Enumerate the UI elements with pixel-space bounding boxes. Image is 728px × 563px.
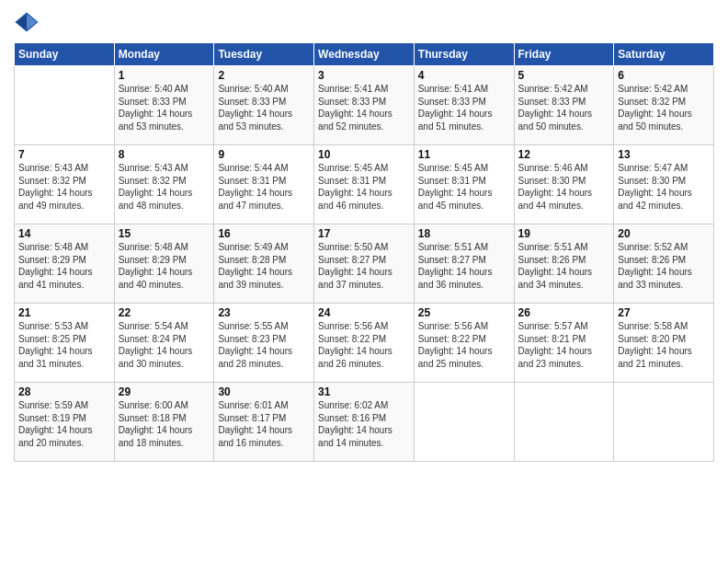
day-info: Sunrise: 5:57 AM Sunset: 8:21 PM Dayligh… bbox=[518, 320, 610, 370]
day-info: Sunrise: 5:51 AM Sunset: 8:27 PM Dayligh… bbox=[418, 241, 510, 291]
calendar-cell bbox=[15, 66, 115, 145]
calendar-cell bbox=[514, 383, 614, 462]
day-number: 17 bbox=[318, 227, 410, 240]
calendar-cell: 31Sunrise: 6:02 AM Sunset: 8:16 PM Dayli… bbox=[314, 383, 415, 462]
day-info: Sunrise: 5:47 AM Sunset: 8:30 PM Dayligh… bbox=[618, 162, 710, 212]
day-number: 26 bbox=[518, 306, 610, 319]
day-number: 18 bbox=[418, 227, 510, 240]
day-number: 20 bbox=[618, 227, 710, 240]
calendar-cell: 4Sunrise: 5:41 AM Sunset: 8:33 PM Daylig… bbox=[414, 66, 514, 145]
day-info: Sunrise: 5:51 AM Sunset: 8:26 PM Dayligh… bbox=[518, 241, 610, 291]
calendar-cell: 26Sunrise: 5:57 AM Sunset: 8:21 PM Dayli… bbox=[514, 304, 614, 383]
day-info: Sunrise: 5:41 AM Sunset: 8:33 PM Dayligh… bbox=[418, 83, 510, 132]
day-number: 13 bbox=[618, 148, 710, 161]
calendar-cell: 7Sunrise: 5:43 AM Sunset: 8:32 PM Daylig… bbox=[15, 145, 115, 224]
day-info: Sunrise: 6:00 AM Sunset: 8:18 PM Dayligh… bbox=[119, 399, 210, 449]
day-number: 30 bbox=[218, 385, 310, 398]
calendar-cell: 28Sunrise: 5:59 AM Sunset: 8:19 PM Dayli… bbox=[15, 383, 115, 462]
calendar-week-0: 1Sunrise: 5:40 AM Sunset: 8:33 PM Daylig… bbox=[15, 66, 714, 145]
calendar-cell: 18Sunrise: 5:51 AM Sunset: 8:27 PM Dayli… bbox=[414, 224, 514, 304]
calendar-cell: 27Sunrise: 5:58 AM Sunset: 8:20 PM Dayli… bbox=[614, 304, 714, 383]
calendar-cell: 29Sunrise: 6:00 AM Sunset: 8:18 PM Dayli… bbox=[114, 383, 214, 462]
weekday-header-saturday: Saturday bbox=[614, 43, 714, 66]
day-number: 7 bbox=[18, 148, 110, 161]
header bbox=[14, 9, 714, 35]
calendar-cell: 21Sunrise: 5:53 AM Sunset: 8:25 PM Dayli… bbox=[15, 304, 115, 383]
calendar-cell: 19Sunrise: 5:51 AM Sunset: 8:26 PM Dayli… bbox=[514, 224, 614, 304]
calendar-cell: 15Sunrise: 5:48 AM Sunset: 8:29 PM Dayli… bbox=[114, 224, 214, 304]
day-number: 28 bbox=[18, 385, 110, 398]
calendar-cell: 5Sunrise: 5:42 AM Sunset: 8:33 PM Daylig… bbox=[514, 66, 614, 145]
calendar-header: SundayMondayTuesdayWednesdayThursdayFrid… bbox=[15, 43, 714, 66]
calendar-table: SundayMondayTuesdayWednesdayThursdayFrid… bbox=[14, 42, 714, 462]
day-number: 2 bbox=[218, 69, 310, 82]
day-info: Sunrise: 5:56 AM Sunset: 8:22 PM Dayligh… bbox=[318, 320, 410, 370]
weekday-header-row: SundayMondayTuesdayWednesdayThursdayFrid… bbox=[15, 43, 714, 66]
calendar-week-3: 21Sunrise: 5:53 AM Sunset: 8:25 PM Dayli… bbox=[15, 304, 714, 383]
svg-marker-1 bbox=[27, 15, 37, 30]
calendar-week-2: 14Sunrise: 5:48 AM Sunset: 8:29 PM Dayli… bbox=[15, 224, 714, 304]
day-info: Sunrise: 5:40 AM Sunset: 8:33 PM Dayligh… bbox=[218, 83, 310, 132]
calendar-cell: 6Sunrise: 5:42 AM Sunset: 8:32 PM Daylig… bbox=[614, 66, 714, 145]
day-info: Sunrise: 5:45 AM Sunset: 8:31 PM Dayligh… bbox=[418, 162, 510, 212]
day-info: Sunrise: 5:50 AM Sunset: 8:27 PM Dayligh… bbox=[318, 241, 410, 291]
calendar-cell: 16Sunrise: 5:49 AM Sunset: 8:28 PM Dayli… bbox=[214, 224, 314, 304]
calendar-cell: 22Sunrise: 5:54 AM Sunset: 8:24 PM Dayli… bbox=[114, 304, 214, 383]
day-number: 21 bbox=[18, 306, 110, 319]
svg-marker-2 bbox=[17, 15, 27, 30]
calendar-week-1: 7Sunrise: 5:43 AM Sunset: 8:32 PM Daylig… bbox=[15, 145, 714, 224]
calendar-cell bbox=[414, 383, 514, 462]
weekday-header-sunday: Sunday bbox=[15, 43, 115, 66]
day-number: 6 bbox=[618, 69, 710, 82]
day-info: Sunrise: 5:44 AM Sunset: 8:31 PM Dayligh… bbox=[218, 162, 310, 212]
day-info: Sunrise: 5:55 AM Sunset: 8:23 PM Dayligh… bbox=[218, 320, 310, 370]
calendar-cell: 8Sunrise: 5:43 AM Sunset: 8:32 PM Daylig… bbox=[114, 145, 214, 224]
day-info: Sunrise: 5:42 AM Sunset: 8:32 PM Dayligh… bbox=[618, 83, 710, 132]
calendar-cell: 25Sunrise: 5:56 AM Sunset: 8:22 PM Dayli… bbox=[414, 304, 514, 383]
day-info: Sunrise: 5:56 AM Sunset: 8:22 PM Dayligh… bbox=[418, 320, 510, 370]
day-number: 4 bbox=[418, 69, 510, 82]
day-number: 12 bbox=[518, 148, 610, 161]
day-number: 3 bbox=[318, 69, 410, 82]
day-number: 1 bbox=[119, 69, 210, 82]
weekday-header-thursday: Thursday bbox=[414, 43, 514, 66]
day-number: 25 bbox=[418, 306, 510, 319]
day-number: 8 bbox=[119, 148, 210, 161]
day-info: Sunrise: 5:53 AM Sunset: 8:25 PM Dayligh… bbox=[18, 320, 110, 370]
calendar-cell: 9Sunrise: 5:44 AM Sunset: 8:31 PM Daylig… bbox=[214, 145, 314, 224]
calendar-week-4: 28Sunrise: 5:59 AM Sunset: 8:19 PM Dayli… bbox=[15, 383, 714, 462]
day-number: 10 bbox=[318, 148, 410, 161]
day-info: Sunrise: 5:59 AM Sunset: 8:19 PM Dayligh… bbox=[18, 399, 110, 449]
day-info: Sunrise: 6:02 AM Sunset: 8:16 PM Dayligh… bbox=[318, 399, 410, 449]
weekday-header-tuesday: Tuesday bbox=[214, 43, 314, 66]
calendar-cell: 2Sunrise: 5:40 AM Sunset: 8:33 PM Daylig… bbox=[214, 66, 314, 145]
calendar-cell: 11Sunrise: 5:45 AM Sunset: 8:31 PM Dayli… bbox=[414, 145, 514, 224]
day-number: 19 bbox=[518, 227, 610, 240]
calendar-cell: 1Sunrise: 5:40 AM Sunset: 8:33 PM Daylig… bbox=[114, 66, 214, 145]
day-number: 31 bbox=[318, 385, 410, 398]
calendar-cell: 13Sunrise: 5:47 AM Sunset: 8:30 PM Dayli… bbox=[614, 145, 714, 224]
logo-icon bbox=[14, 9, 40, 35]
day-info: Sunrise: 5:45 AM Sunset: 8:31 PM Dayligh… bbox=[318, 162, 410, 212]
calendar-body: 1Sunrise: 5:40 AM Sunset: 8:33 PM Daylig… bbox=[15, 66, 714, 462]
day-number: 15 bbox=[119, 227, 210, 240]
day-number: 23 bbox=[218, 306, 310, 319]
day-info: Sunrise: 5:43 AM Sunset: 8:32 PM Dayligh… bbox=[119, 162, 210, 212]
day-info: Sunrise: 5:58 AM Sunset: 8:20 PM Dayligh… bbox=[618, 320, 710, 370]
day-info: Sunrise: 5:46 AM Sunset: 8:30 PM Dayligh… bbox=[518, 162, 610, 212]
calendar-cell: 20Sunrise: 5:52 AM Sunset: 8:26 PM Dayli… bbox=[614, 224, 714, 304]
day-info: Sunrise: 5:42 AM Sunset: 8:33 PM Dayligh… bbox=[518, 83, 610, 132]
day-number: 22 bbox=[119, 306, 210, 319]
calendar-cell: 23Sunrise: 5:55 AM Sunset: 8:23 PM Dayli… bbox=[214, 304, 314, 383]
weekday-header-monday: Monday bbox=[114, 43, 214, 66]
day-number: 14 bbox=[18, 227, 110, 240]
page: SundayMondayTuesdayWednesdayThursdayFrid… bbox=[0, 0, 728, 563]
day-info: Sunrise: 5:48 AM Sunset: 8:29 PM Dayligh… bbox=[119, 241, 210, 291]
calendar-cell: 3Sunrise: 5:41 AM Sunset: 8:33 PM Daylig… bbox=[314, 66, 415, 145]
day-info: Sunrise: 5:41 AM Sunset: 8:33 PM Dayligh… bbox=[318, 83, 410, 132]
weekday-header-friday: Friday bbox=[514, 43, 614, 66]
calendar-cell: 10Sunrise: 5:45 AM Sunset: 8:31 PM Dayli… bbox=[314, 145, 415, 224]
calendar-cell: 30Sunrise: 6:01 AM Sunset: 8:17 PM Dayli… bbox=[214, 383, 314, 462]
day-info: Sunrise: 6:01 AM Sunset: 8:17 PM Dayligh… bbox=[218, 399, 310, 449]
day-info: Sunrise: 5:40 AM Sunset: 8:33 PM Dayligh… bbox=[119, 83, 210, 132]
